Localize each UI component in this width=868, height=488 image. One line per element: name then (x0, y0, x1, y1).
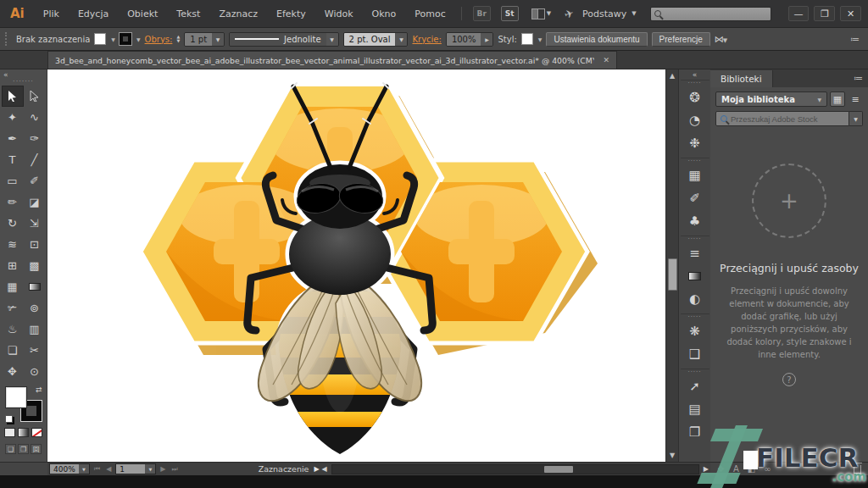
stroke-panel-icon[interactable]: ≡ (684, 241, 706, 264)
recolor-artwork-icon[interactable]: ❉ (684, 131, 706, 154)
chevron-down-icon[interactable]: ▼ (395, 33, 407, 46)
stock-search-input[interactable] (731, 114, 844, 124)
line-segment-tool[interactable]: ╱ (24, 149, 46, 170)
symbol-sprayer-tool[interactable]: ♨ (2, 319, 24, 340)
draw-behind-button[interactable]: ❐ (18, 444, 29, 454)
menu-edycja[interactable]: Edycja (70, 5, 117, 23)
artwork-bee-honeycomb[interactable] (47, 69, 665, 462)
draw-normal-button[interactable]: ❏ (5, 444, 16, 454)
shape-builder-tool[interactable]: ⊞ (2, 255, 24, 276)
default-fill-stroke-icon[interactable] (5, 415, 13, 423)
curvature-tool[interactable]: ✑ (24, 128, 46, 149)
column-graph-tool[interactable]: ▥ (24, 319, 46, 340)
previous-artboard-icon[interactable]: ◀ (104, 465, 113, 473)
style-swatch[interactable] (521, 33, 533, 45)
stock-button[interactable]: St (501, 6, 519, 21)
artboard-number-combo[interactable]: 1 ▼ (115, 463, 156, 474)
slice-tool[interactable]: ✂ (24, 340, 46, 361)
gradient-panel-icon[interactable] (684, 264, 706, 287)
bridge-button[interactable]: Br (473, 6, 491, 21)
help-icon[interactable]: ? (782, 373, 796, 386)
chevron-down-icon[interactable]: ▼ (145, 464, 155, 474)
drag-handle[interactable]: ······· (13, 80, 34, 84)
chevron-down-icon[interactable]: ▼ (79, 464, 89, 474)
library-select[interactable]: Moja biblioteka ▼ (715, 92, 827, 107)
menu-efekty[interactable]: Efekty (268, 5, 314, 23)
chevron-down-icon[interactable]: ▼ (326, 33, 338, 46)
menu-obiekt[interactable]: Obiekt (119, 5, 166, 23)
draw-inside-button[interactable]: 回 (31, 444, 42, 454)
rotate-tool[interactable]: ↻ (2, 213, 24, 234)
restore-button[interactable]: ❐ (814, 6, 835, 21)
horizontal-scrollbar[interactable] (331, 464, 699, 474)
tab-close-icon[interactable]: ✕ (603, 56, 609, 64)
chevron-down-icon[interactable]: ▼ (538, 36, 542, 42)
selection-tool[interactable] (2, 86, 24, 107)
list-view-button[interactable]: ≡ (848, 92, 863, 107)
app-search[interactable] (650, 7, 771, 21)
workspace-switcher[interactable]: Podstawy ▼ (582, 8, 637, 19)
zoom-level-combo[interactable]: 400% ▼ (49, 463, 90, 474)
graphic-styles-panel-icon[interactable]: ❑ (684, 342, 706, 365)
grid-view-button[interactable]: ▦ (830, 92, 845, 107)
brush-combo[interactable]: 2 pt. Oval ▼ (343, 32, 409, 47)
opacity-combo[interactable]: 100% ▶ (446, 32, 494, 47)
paintbrush-tool[interactable]: ✐ (24, 170, 46, 191)
width-tool[interactable]: ≋ (2, 234, 24, 255)
menu-tekst[interactable]: Tekst (168, 5, 209, 23)
variable-width-combo[interactable]: Jednolite ▼ (229, 32, 339, 47)
control-panel-menu-icon[interactable]: ≔ (850, 34, 860, 45)
pen-tool[interactable]: ✒ (2, 128, 24, 149)
scrollbar-thumb[interactable] (544, 466, 573, 473)
chevron-down-icon[interactable]: ▼ (136, 36, 141, 42)
swatches-panel-icon[interactable]: ▦ (684, 164, 706, 186)
gradient-tool[interactable] (24, 276, 46, 297)
add-color-icon[interactable]: ◧ (748, 464, 755, 474)
eyedropper-tool[interactable]: ✃ (2, 297, 24, 319)
add-character-style-icon[interactable]: A (733, 464, 739, 474)
color-panel-icon[interactable]: ❂ (684, 86, 706, 108)
fill-color-well[interactable] (6, 387, 26, 408)
menu-plik[interactable]: Plik (35, 5, 68, 23)
layers-panel-icon[interactable]: ▤ (684, 397, 706, 420)
collapse-panel-icon[interactable]: « (0, 69, 12, 80)
artboard-tool[interactable]: ❏ (2, 340, 24, 361)
opacity-panel-link[interactable]: Krycie: (412, 35, 441, 44)
stroke-width-combo[interactable]: 1 pt ▼ (184, 32, 225, 47)
color-mode-button[interactable] (4, 428, 15, 437)
scroll-down-icon[interactable]: ▼ (670, 449, 675, 462)
drop-target-icon[interactable]: + (752, 164, 826, 238)
align-options-icon[interactable]: ⋈▼ (715, 34, 726, 45)
document-setup-button[interactable]: Ustawienia dokumentu (546, 32, 647, 47)
zoom-tool[interactable]: ⊙ (24, 361, 46, 382)
search-scope-dropdown[interactable]: ▼ (849, 111, 863, 126)
minimize-button[interactable]: — (788, 6, 810, 21)
type-tool[interactable]: T (2, 149, 24, 170)
tab-biblioteki[interactable]: Biblioteki (710, 70, 773, 87)
arrange-documents-button[interactable]: ▼ (531, 8, 551, 19)
appearance-panel-icon[interactable]: ❋ (684, 319, 706, 342)
stock-search-box[interactable] (715, 111, 849, 126)
first-artboard-icon[interactable]: ⏮ (92, 465, 102, 474)
scale-tool[interactable]: ⇲ (24, 213, 46, 234)
drag-handle[interactable] (5, 32, 8, 46)
next-artboard-icon[interactable]: ▶ (159, 465, 167, 473)
chevron-right-icon[interactable]: ▶ (481, 33, 492, 46)
menu-okno[interactable]: Okno (364, 5, 405, 23)
artboards-panel-icon[interactable]: ❐ (684, 420, 706, 443)
brushes-panel-icon[interactable]: ✐ (684, 186, 706, 209)
document-canvas[interactable] (47, 69, 665, 462)
stroke-panel-link[interactable]: Obrys: (145, 35, 173, 44)
search-input[interactable] (661, 9, 763, 19)
hand-tool[interactable]: ✥ (2, 361, 24, 382)
delete-icon[interactable] (854, 465, 861, 474)
fill-swatch[interactable] (94, 33, 106, 45)
free-transform-tool[interactable]: ⊡ (24, 234, 46, 255)
menu-zaznacz[interactable]: Zaznacz (210, 5, 266, 23)
document-tab[interactable]: 3d_bee_and_honeycomb_vector_bee_ai_adobe… (47, 51, 617, 69)
direct-selection-tool[interactable] (24, 86, 46, 107)
gradient-mode-button[interactable] (18, 428, 29, 437)
chevron-down-icon[interactable]: ▼ (212, 33, 224, 46)
none-mode-button[interactable] (31, 428, 42, 437)
expand-panels-icon[interactable]: « (693, 69, 698, 80)
